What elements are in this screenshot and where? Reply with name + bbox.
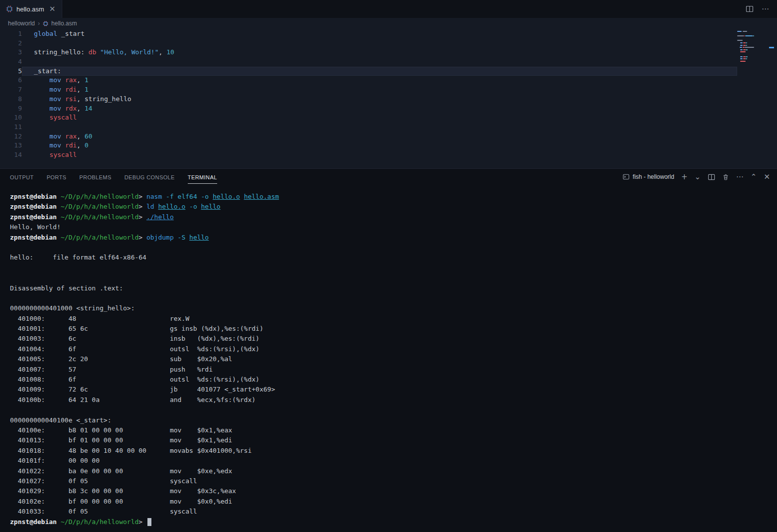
code-line-text — [22, 57, 737, 67]
code-line-7[interactable]: 7 mov rdi, 1 — [0, 85, 737, 95]
panel-tab-debug-console[interactable]: DEBUG CONSOLE — [125, 170, 175, 184]
terminal[interactable]: zpnst@debian ~/D/p/h/a/helloworld> nasm … — [0, 185, 777, 532]
terminal-line: 401022: ba 0e 00 00 00 mov $0xe,%edx — [10, 466, 777, 476]
terminal-instance-badge[interactable]: fish - helloworld — [623, 173, 674, 180]
terminal-line: 40101f: 00 00 00 — [10, 456, 777, 466]
code-line-3[interactable]: 3string_hello: db "Hello, World!", 10 — [0, 48, 737, 57]
line-number: 7 — [0, 85, 22, 95]
code-line-4[interactable]: 4 — [0, 57, 737, 67]
terminal-line: Disassembly of section .text: — [10, 283, 777, 293]
terminal-line: 401013: bf 01 00 00 00 mov $0x1,%edi — [10, 435, 777, 445]
tab-hello-asm[interactable]: hello.asm ✕ — [0, 0, 62, 18]
line-number: 13 — [0, 141, 22, 150]
terminal-cursor — [147, 518, 151, 526]
panel-tab-ports[interactable]: PORTS — [47, 170, 67, 184]
vscode-window: hello.asm ✕ ⋯ helloworld › hello.asm 1gl… — [0, 0, 777, 532]
line-number: 5 — [0, 67, 22, 76]
line-number: 6 — [0, 76, 22, 85]
code-line-5[interactable]: 5_start: — [0, 67, 737, 76]
line-number: 12 — [0, 132, 22, 141]
terminal-line — [10, 405, 777, 415]
code-line-13[interactable]: 13 mov rdi, 0 — [0, 141, 737, 150]
close-panel-icon[interactable]: ✕ — [764, 173, 770, 181]
panel-tab-problems[interactable]: PROBLEMS — [79, 170, 111, 184]
assembly-file-icon — [43, 21, 48, 26]
terminal-line: 401001: 65 6c gs insb (%dx),%es:(%rdi) — [10, 324, 777, 334]
more-actions-icon[interactable]: ⋯ — [762, 5, 769, 13]
code-line-1[interactable]: 1global _start — [0, 29, 737, 39]
panel-more-actions-icon[interactable]: ⋯ — [736, 173, 744, 181]
terminal-line: zpnst@debian ~/D/p/h/a/helloworld> ./hel… — [10, 212, 777, 222]
terminal-line: 40100b: 64 21 0a and %ecx,%fs:(%rdx) — [10, 395, 777, 405]
bottom-panel: OUTPUT PORTS PROBLEMS DEBUG CONSOLE TERM… — [0, 168, 777, 532]
terminal-line: zpnst@debian ~/D/p/h/a/helloworld> nasm … — [10, 192, 777, 202]
split-editor-icon[interactable] — [746, 5, 754, 13]
terminal-line: 401033: 0f 05 syscall — [10, 507, 777, 517]
overview-ruler-marker — [769, 47, 774, 48]
terminal-line: 40102e: bf 00 00 00 00 mov $0x0,%edi — [10, 497, 777, 507]
code-line-14[interactable]: 14 syscall — [0, 150, 737, 160]
assembly-file-icon — [6, 5, 13, 12]
terminal-line: 401003: 6c insb (%dx),%es:(%rdi) — [10, 334, 777, 344]
line-number: 4 — [0, 57, 22, 67]
terminal-line: zpnst@debian ~/D/p/h/a/helloworld> — [10, 517, 777, 527]
code-line-9[interactable]: 9 mov rdx, 14 — [0, 104, 737, 114]
terminal-line — [10, 243, 777, 253]
code-line-text: syscall — [22, 150, 737, 160]
tabbar-actions: ⋯ — [746, 0, 777, 18]
terminal-line: 401007: 57 push %rdi — [10, 365, 777, 375]
terminal-line: zpnst@debian ~/D/p/h/a/helloworld> ld he… — [10, 202, 777, 212]
terminal-line: 401009: 72 6c jb 401077 <_start+0x69> — [10, 385, 777, 395]
new-terminal-icon[interactable]: + — [681, 173, 688, 181]
line-number: 8 — [0, 95, 22, 104]
editor-tab-bar: hello.asm ✕ ⋯ — [0, 0, 777, 18]
panel-tabs: OUTPUT PORTS PROBLEMS DEBUG CONSOLE TERM… — [10, 170, 217, 184]
code-line-11[interactable]: 11 — [0, 123, 737, 132]
tab-close-icon[interactable]: ✕ — [48, 5, 57, 13]
breadcrumb-item-file[interactable]: hello.asm — [51, 20, 77, 27]
code-line-text: _start: — [22, 67, 737, 76]
editor-lines: 1global _start23string_hello: db "Hello,… — [0, 29, 737, 160]
code-line-text: global _start — [22, 29, 737, 39]
line-number: 9 — [0, 104, 22, 114]
terminal-profile-dropdown-icon[interactable]: ⌄ — [694, 173, 701, 181]
code-line-2[interactable]: 2 — [0, 39, 737, 48]
code-line-8[interactable]: 8 mov rsi, string_hello — [0, 95, 737, 104]
code-editor[interactable]: 1global _start23string_hello: db "Hello,… — [0, 29, 777, 168]
code-line-text — [22, 39, 737, 48]
line-number: 2 — [0, 39, 22, 48]
terminal-line — [10, 293, 777, 303]
terminal-line: 401008: 6f outsl %ds:(%rsi),(%dx) — [10, 375, 777, 385]
maximize-panel-icon[interactable]: ⌃ — [751, 173, 757, 181]
breadcrumb-item-folder[interactable]: helloworld — [8, 20, 35, 27]
terminal-instance-label: fish - helloworld — [633, 173, 674, 180]
terminal-line: zpnst@debian ~/D/p/h/a/helloworld> objdu… — [10, 233, 777, 243]
terminal-line — [10, 273, 777, 283]
minimap[interactable] — [737, 31, 754, 63]
breadcrumb-separator-icon: › — [38, 20, 40, 27]
line-number: 10 — [0, 113, 22, 123]
terminal-line: Hello, World! — [10, 222, 777, 232]
terminal-line: 401000: 48 rex.W — [10, 314, 777, 324]
tab-label: hello.asm — [16, 5, 44, 13]
panel-tab-output[interactable]: OUTPUT — [10, 170, 34, 184]
panel-header: OUTPUT PORTS PROBLEMS DEBUG CONSOLE TERM… — [0, 169, 777, 185]
code-line-6[interactable]: 6 mov rax, 1 — [0, 76, 737, 85]
split-terminal-icon[interactable] — [708, 173, 715, 181]
panel-actions: fish - helloworld + ⌄ ⋯ ⌃ ✕ — [623, 173, 770, 181]
terminal-line: 401029: b8 3c 00 00 00 mov $0x3c,%eax — [10, 486, 777, 496]
code-line-text: mov rdi, 1 — [22, 85, 737, 95]
code-line-text — [22, 123, 737, 132]
code-line-10[interactable]: 10 syscall — [0, 113, 737, 123]
terminal-line: 401005: 2c 20 sub $0x20,%al — [10, 354, 777, 364]
code-line-12[interactable]: 12 mov rax, 60 — [0, 132, 737, 141]
code-line-text: mov rsi, string_hello — [22, 95, 737, 104]
code-line-text: mov rax, 60 — [22, 132, 737, 141]
line-number: 1 — [0, 29, 22, 39]
code-line-text: mov rax, 1 — [22, 76, 737, 85]
terminal-line: 40100e: b8 01 00 00 00 mov $0x1,%eax — [10, 425, 777, 435]
terminal-line: 0000000000401000 <string_hello>: — [10, 303, 777, 313]
terminal-line: 401027: 0f 05 syscall — [10, 476, 777, 486]
panel-tab-terminal[interactable]: TERMINAL — [188, 170, 217, 184]
kill-terminal-icon[interactable] — [722, 173, 729, 181]
